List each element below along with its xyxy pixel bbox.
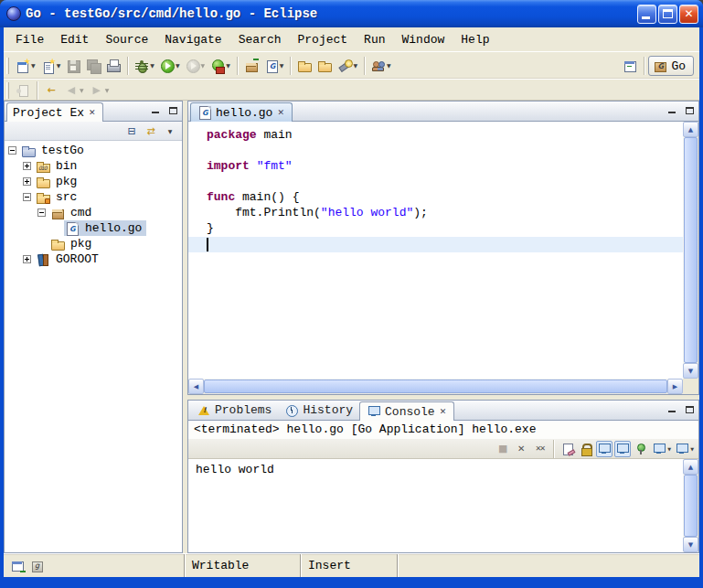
- new-go-package-button[interactable]: [241, 55, 261, 77]
- close-button[interactable]: ✕: [679, 5, 698, 24]
- scroll-down-button[interactable]: ▼: [683, 537, 698, 552]
- maximize-view-button[interactable]: [165, 104, 179, 117]
- code-line[interactable]: fmt.Println("hello world");: [207, 206, 683, 221]
- tab-problems[interactable]: Problems: [190, 401, 278, 420]
- scroll-down-button[interactable]: ▼: [683, 363, 698, 379]
- save-all-button[interactable]: [83, 55, 103, 77]
- open-console-button[interactable]: ▼: [674, 441, 695, 457]
- save-button[interactable]: [63, 55, 83, 77]
- scroll-up-button[interactable]: ▲: [683, 122, 698, 137]
- collapse-expander-icon[interactable]: [8, 146, 16, 155]
- tree-item-cmd[interactable]: cmd: [5, 205, 182, 220]
- minimize-view-button[interactable]: [665, 104, 678, 117]
- new-wizard-button[interactable]: ▼: [13, 55, 38, 77]
- tab-history[interactable]: History: [278, 401, 359, 420]
- minimize-view-button[interactable]: [148, 104, 162, 117]
- maximize-button[interactable]: [658, 5, 677, 24]
- code-line[interactable]: package main: [207, 128, 683, 144]
- search-button[interactable]: ▼: [335, 55, 360, 77]
- tree-item-src[interactable]: src: [5, 189, 182, 205]
- minimize-view-button[interactable]: [665, 403, 678, 416]
- code-line[interactable]: }: [207, 221, 683, 237]
- tab-close-icon[interactable]: ✕: [276, 108, 285, 117]
- show-stdout-button[interactable]: [596, 441, 612, 457]
- tree-item-hello-go[interactable]: hello.go: [5, 220, 182, 236]
- editor-tab-hello-go[interactable]: hello.go ✕: [190, 102, 293, 122]
- go-perspective-button[interactable]: Go: [648, 56, 694, 76]
- scroll-right-button[interactable]: ▶: [667, 379, 683, 394]
- tree-item-pkg[interactable]: pkg: [5, 174, 182, 189]
- expand-expander-icon[interactable]: [23, 177, 31, 186]
- team-button[interactable]: ▼: [368, 55, 394, 77]
- pin-console-button[interactable]: [633, 441, 649, 457]
- last-edit-location-button[interactable]: ←: [41, 80, 61, 102]
- tree-item-src-pkg[interactable]: pkg: [5, 236, 182, 251]
- next-annotation-button[interactable]: [13, 80, 33, 102]
- tab-close-icon[interactable]: ✕: [88, 108, 97, 117]
- menu-window[interactable]: Window: [394, 30, 453, 49]
- scroll-left-button[interactable]: ◀: [188, 379, 204, 394]
- expand-expander-icon[interactable]: [23, 255, 31, 263]
- collapse-all-button[interactable]: ⊟: [123, 123, 140, 139]
- run-button[interactable]: ▼: [157, 55, 183, 77]
- code-line[interactable]: import "fmt": [207, 159, 683, 175]
- maximize-view-button[interactable]: [682, 104, 696, 117]
- tree-item-bin[interactable]: bin: [5, 158, 182, 174]
- view-menu-button[interactable]: ▼: [162, 123, 178, 139]
- code-area[interactable]: package mainimport "fmt"func main() { fm…: [188, 122, 683, 379]
- display-selected-console-button[interactable]: ▼: [651, 441, 672, 457]
- show-stderr-button[interactable]: [614, 441, 631, 457]
- open-resource-button[interactable]: [294, 55, 314, 77]
- maximize-view-button[interactable]: [682, 403, 696, 416]
- scrollbar-thumb[interactable]: [204, 380, 667, 393]
- remove-launch-button[interactable]: ✕: [513, 441, 529, 457]
- link-with-editor-button[interactable]: ⇄: [143, 123, 159, 139]
- menu-edit[interactable]: Edit: [52, 30, 97, 49]
- scroll-lock-button[interactable]: [578, 441, 594, 457]
- menu-help[interactable]: Help: [453, 30, 497, 49]
- fast-view-button[interactable]: [11, 559, 26, 573]
- minimize-button[interactable]: [637, 5, 656, 24]
- open-perspective-button[interactable]: [620, 55, 640, 77]
- tree-item-testgo[interactable]: testGo: [5, 143, 182, 158]
- tree-item-goroot[interactable]: GOROOT: [5, 251, 182, 267]
- new-go-file-button[interactable]: ▼: [38, 55, 64, 77]
- menu-navigate[interactable]: Navigate: [156, 30, 229, 49]
- console-output[interactable]: hello world: [188, 459, 683, 552]
- scroll-up-button[interactable]: ▲: [683, 459, 698, 475]
- tab-project-explorer[interactable]: Project Ex ✕: [6, 102, 103, 122]
- menu-file[interactable]: File: [7, 30, 52, 49]
- code-line[interactable]: func main() {: [207, 190, 683, 206]
- menu-project[interactable]: Project: [289, 30, 356, 49]
- scrollbar-thumb[interactable]: [684, 137, 698, 363]
- tab-close-icon[interactable]: ✕: [439, 407, 448, 416]
- run-last-button[interactable]: ▼: [183, 55, 208, 77]
- dropdown-arrow-icon: ▼: [387, 62, 391, 69]
- remove-all-launches-button[interactable]: ✕✕: [531, 441, 548, 457]
- menu-run[interactable]: Run: [356, 30, 393, 49]
- new-go-source-button[interactable]: ▼: [261, 55, 287, 77]
- editor-vertical-scrollbar[interactable]: ▲ ▼: [683, 122, 698, 379]
- menu-search[interactable]: Search: [230, 30, 290, 49]
- scrollbar-thumb[interactable]: [684, 475, 698, 537]
- console-vertical-scrollbar[interactable]: ▲ ▼: [683, 459, 698, 552]
- tab-console[interactable]: Console ✕: [359, 401, 454, 421]
- open-project-button[interactable]: [314, 55, 335, 77]
- expand-expander-icon[interactable]: [23, 162, 31, 170]
- title-bar[interactable]: Go - testGo/src/cmd/hello.go - Eclipse ✕: [0, 0, 703, 27]
- clear-console-button[interactable]: [559, 441, 576, 457]
- print-button[interactable]: [103, 55, 123, 77]
- debug-button[interactable]: ▼: [132, 55, 157, 77]
- collapse-expander-icon[interactable]: [37, 208, 46, 217]
- editor-horizontal-scrollbar[interactable]: ◀ ▶: [188, 379, 683, 394]
- code-line[interactable]: [207, 144, 683, 159]
- menu-source[interactable]: Source: [97, 30, 156, 49]
- back-button[interactable]: ◀▼: [61, 80, 87, 102]
- current-code-line[interactable]: [188, 237, 683, 252]
- code-line[interactable]: [207, 175, 683, 190]
- external-tools-button[interactable]: ▼: [208, 55, 233, 77]
- collapse-expander-icon[interactable]: [23, 193, 31, 201]
- forward-button[interactable]: ▶▼: [87, 80, 112, 102]
- terminate-button[interactable]: ■: [495, 441, 511, 457]
- dropdown-arrow-icon: ▼: [280, 62, 284, 69]
